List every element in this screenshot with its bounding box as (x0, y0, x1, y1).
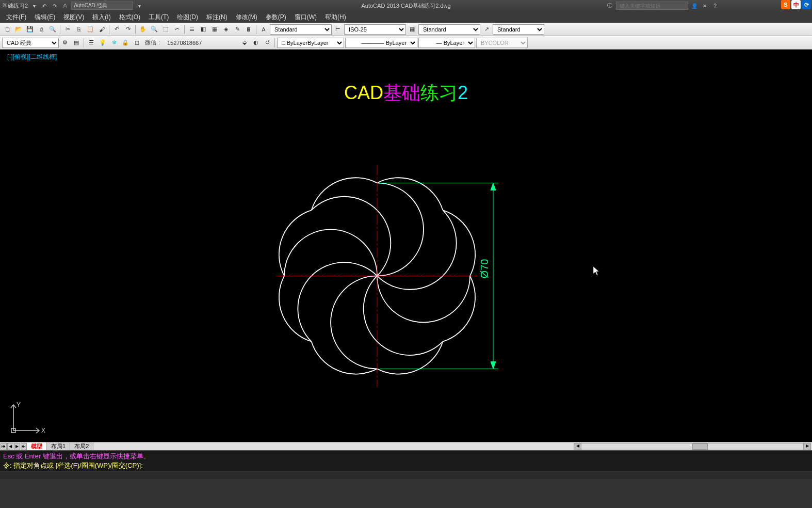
table-style-select[interactable]: Standard (418, 24, 480, 35)
menu-help[interactable]: 帮助(H) (321, 12, 350, 23)
menu-view[interactable]: 视图(V) (59, 12, 88, 23)
mouse-cursor (593, 266, 599, 276)
properties-icon[interactable]: ☰ (187, 24, 197, 35)
layer-prev-icon[interactable]: ↺ (262, 38, 272, 48)
workspace-dropdown-icon[interactable]: ▾ (135, 2, 143, 10)
mleader-style-select[interactable]: Standard (493, 24, 544, 35)
undo-icon[interactable]: ↶ (111, 24, 122, 35)
separator (109, 25, 109, 34)
cad-drawing: Ø70 (258, 141, 527, 389)
ime-indicator: S 中 ⟳ (781, 0, 811, 9)
exchange-icon[interactable]: ✕ (701, 2, 709, 10)
zoom-icon[interactable]: 🔍 (149, 24, 159, 35)
open-icon[interactable]: 📂 (13, 24, 24, 35)
tab-nav-prev-icon[interactable]: ◀ (7, 443, 13, 450)
save-icon[interactable]: 💾 (25, 24, 35, 35)
command-line-2: 令: 指定对角点或 [栏选(F)/圈围(WP)/圈交(CP)]: (3, 461, 809, 470)
help-search-input[interactable] (616, 2, 688, 10)
separator (274, 38, 275, 47)
workspace-selector[interactable] (71, 2, 133, 10)
doc-name: 基础练习2 (2, 2, 28, 10)
tab-model[interactable]: 模型 (27, 442, 47, 450)
separator (256, 25, 256, 34)
layer-on-icon[interactable]: 💡 (98, 38, 108, 48)
qat-undo-icon[interactable]: ↶ (40, 2, 48, 10)
svg-marker-6 (491, 361, 496, 369)
toolbar-standard: ◻ 📂 💾 ⎙ 🔍 ✂ ⎘ 📋 🖌 ↶ ↷ ✋ 🔍 ⬚ ⤺ ☰ ◧ ▦ ◈ ✎ … (0, 23, 812, 36)
qcalc-icon[interactable]: 🖩 (243, 24, 254, 35)
qat-redo-icon[interactable]: ↷ (51, 2, 59, 10)
layout-tab-bar: ⏮ ◀ ▶ ⏭ 模型 布局1 布局2 ◀ ▶ (0, 442, 812, 450)
zoom-window-icon[interactable]: ⬚ (160, 24, 171, 35)
ws-save-icon[interactable]: ▤ (71, 38, 82, 48)
table-icon[interactable]: ▦ (407, 24, 417, 35)
color-select[interactable]: □ ByLayerByLayer (277, 38, 344, 48)
menu-modify[interactable]: 修改(M) (232, 12, 262, 23)
qat-print-icon[interactable]: ⎙ (61, 2, 69, 10)
ime-icon-2[interactable]: 中 (791, 0, 801, 9)
toolpalette-icon[interactable]: ▦ (209, 24, 220, 35)
ime-icon-3[interactable]: ⟳ (802, 0, 811, 9)
cut-icon[interactable]: ✂ (62, 24, 73, 35)
dim-style-select[interactable]: ISO-25 (344, 24, 406, 35)
horizontal-scrollbar[interactable]: ◀ ▶ (574, 443, 811, 450)
menu-draw[interactable]: 绘图(D) (173, 12, 202, 23)
menu-file[interactable]: 文件(F) (2, 12, 30, 23)
wechat-label: 微信： (143, 39, 164, 46)
tab-nav-next-icon[interactable]: ▶ (14, 443, 20, 450)
layer-freeze-icon[interactable]: ❄ (109, 38, 119, 48)
separator (60, 25, 60, 34)
menu-format[interactable]: 格式(O) (115, 12, 144, 23)
help-icon[interactable]: ? (711, 2, 719, 10)
menu-insert[interactable]: 插入(I) (88, 12, 115, 23)
text-style-select[interactable]: Standard (270, 24, 332, 35)
ime-icon-1[interactable]: S (781, 0, 790, 9)
app-title: AutoCAD 2013 CAD基础练习2.dwg (361, 2, 450, 10)
command-input[interactable] (0, 471, 812, 479)
zoom-prev-icon[interactable]: ⤺ (172, 24, 182, 35)
sheetset-icon[interactable]: ◈ (221, 24, 231, 35)
separator (135, 25, 136, 34)
preview-icon[interactable]: 🔍 (47, 24, 58, 35)
tab-layout1[interactable]: 布局1 (47, 442, 70, 450)
info-icon[interactable]: ⓘ (606, 2, 614, 10)
status-bar (0, 479, 812, 508)
print-icon[interactable]: ⎙ (36, 24, 46, 35)
dim-icon[interactable]: ⊢ (333, 24, 343, 35)
tab-layout2[interactable]: 布局2 (70, 442, 93, 450)
matchprop-icon[interactable]: 🖌 (96, 24, 107, 35)
lineweight-select[interactable]: — ByLayer (418, 38, 475, 48)
drawing-viewport[interactable]: [-][俯视][二维线框] CAD基础练习2 (0, 50, 812, 442)
redo-icon[interactable]: ↷ (123, 24, 133, 35)
copy-icon[interactable]: ⎘ (74, 24, 84, 35)
tab-nav-last-icon[interactable]: ⏭ (21, 443, 27, 450)
layer-state-icon[interactable]: ⬙ (239, 38, 250, 48)
mleader-icon[interactable]: ↗ (481, 24, 492, 35)
viewport-label[interactable]: [-][俯视][二维线框] (7, 53, 57, 61)
menu-edit[interactable]: 编辑(E) (30, 12, 59, 23)
text-icon[interactable]: A (258, 24, 269, 35)
menu-parametric[interactable]: 参数(P) (262, 12, 290, 23)
pan-icon[interactable]: ✋ (138, 24, 148, 35)
plotstyle-select[interactable]: BYCOLOR (476, 38, 528, 48)
toolbar-layers: CAD 经典 ⚙ ▤ ☰ 💡 ❄ 🔒 ◻ 微信： 15270818667 ⬙ ◐… (0, 36, 812, 50)
qat-save-icon[interactable]: ▾ (30, 2, 38, 10)
new-icon[interactable]: ◻ (2, 24, 12, 35)
layer-color-icon[interactable]: ◻ (132, 38, 142, 48)
layer-lock-icon[interactable]: 🔒 (120, 38, 131, 48)
linetype-select[interactable]: ———— ByLayer (345, 38, 417, 48)
dsviewer-icon[interactable]: ◧ (198, 24, 208, 35)
tab-nav-first-icon[interactable]: ⏮ (1, 443, 7, 450)
markup-icon[interactable]: ✎ (232, 24, 242, 35)
layer-props-icon[interactable]: ☰ (86, 38, 96, 48)
drawing-title: CAD基础练习2 (344, 81, 468, 106)
layer-iso-icon[interactable]: ◐ (251, 38, 261, 48)
menu-dimension[interactable]: 标注(N) (202, 12, 232, 23)
menu-window[interactable]: 窗口(W) (290, 12, 321, 23)
command-history: Esc 或 Enter 键退出，或单击右键显示快捷菜单。 令: 指定对角点或 [… (0, 450, 812, 471)
signin-icon[interactable]: 👤 (690, 2, 699, 10)
menu-tools[interactable]: 工具(T) (144, 12, 173, 23)
ws-settings-icon[interactable]: ⚙ (60, 38, 70, 48)
workspace-select[interactable]: CAD 经典 (2, 38, 59, 48)
paste-icon[interactable]: 📋 (85, 24, 95, 35)
